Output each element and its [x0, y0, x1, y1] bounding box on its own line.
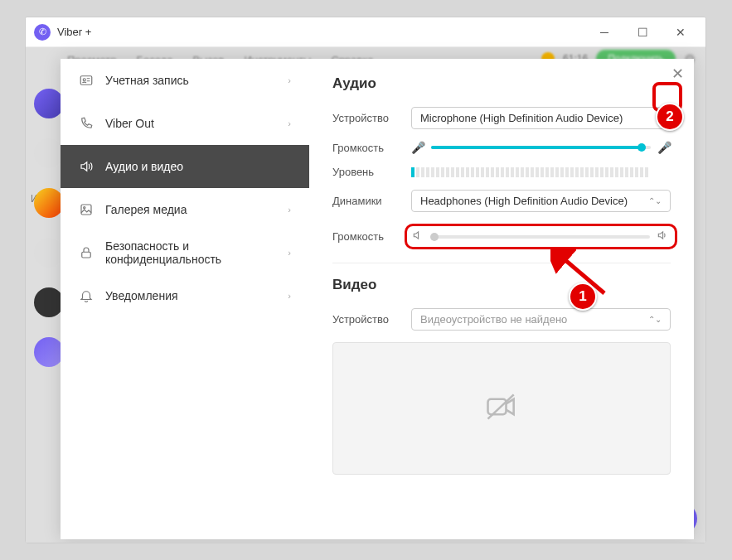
- avatar[interactable]: [34, 89, 64, 118]
- mic-volume-slider[interactable]: [431, 146, 651, 149]
- avatar[interactable]: [34, 238, 64, 268]
- speakers-volume-row: Громкость: [332, 224, 671, 249]
- sidebar-item-account[interactable]: Учетная запись ›: [61, 59, 309, 102]
- chevron-right-icon: ›: [288, 248, 291, 258]
- mic-level-meter: [411, 167, 671, 177]
- svg-rect-6: [488, 399, 507, 414]
- sidebar-item-label: Уведомления: [105, 289, 178, 302]
- chevron-right-icon: ›: [288, 291, 291, 301]
- speaker-high-icon: [657, 229, 670, 244]
- mic-low-icon: 🎤: [411, 141, 424, 154]
- sidebar-item-label: Безопасность и конфиденциальность: [105, 239, 276, 266]
- viber-logo-icon: ✆: [34, 24, 51, 41]
- settings-sidebar: Учетная запись › Viber Out › Аудио и вид…: [61, 59, 309, 539]
- maximize-button[interactable]: ☐: [626, 21, 659, 44]
- phone-icon: [79, 116, 94, 131]
- svg-point-4: [84, 207, 85, 209]
- sidebar-item-label: Галерея медиа: [105, 203, 187, 216]
- sidebar-item-media-gallery[interactable]: Галерея медиа ›: [61, 188, 309, 231]
- svg-rect-1: [80, 76, 92, 85]
- speakers-device-dropdown[interactable]: Headphones (High Definition Audio Device…: [411, 190, 671, 212]
- speaker-icon: [79, 159, 94, 174]
- chevron-updown-icon: ⌃⌄: [648, 197, 662, 205]
- avatar[interactable]: [34, 337, 64, 367]
- svg-rect-3: [81, 205, 91, 215]
- avatar[interactable]: [34, 287, 64, 317]
- mic-level-row: Уровень: [332, 166, 671, 178]
- mic-level-label: Уровень: [332, 166, 411, 178]
- lock-icon: [79, 245, 94, 260]
- sidebar-item-label: Viber Out: [105, 117, 154, 130]
- mic-volume-row: Громкость 🎤 🎤: [332, 141, 671, 154]
- speakers-volume-label: Громкость: [332, 230, 411, 243]
- mic-device-label: Устройство: [332, 112, 411, 124]
- mic-high-icon: 🎤: [657, 141, 671, 154]
- audio-section-header: Аудио: [332, 75, 671, 92]
- titlebar: ✆ Viber + ─ ☐ ✕: [26, 17, 705, 47]
- close-panel-button[interactable]: ✕: [667, 64, 687, 84]
- tutorial-marker-2: 2: [656, 103, 684, 131]
- id-card-icon: [79, 73, 94, 88]
- sidebar-item-label: Аудио и видео: [105, 160, 183, 173]
- mic-device-row: Устройство Microphone (High Definition A…: [332, 107, 671, 129]
- section-divider: [332, 263, 671, 263]
- minimize-button[interactable]: ─: [588, 21, 621, 44]
- speaker-low-icon: [412, 229, 425, 244]
- app-window: ✆ Viber + ─ ☐ ✕ Просмотр Беседа Вызов Ин…: [25, 17, 706, 543]
- sidebar-item-viber-out[interactable]: Viber Out ›: [61, 102, 309, 145]
- speakers-device-row: Динамики Headphones (High Definition Aud…: [332, 190, 671, 212]
- mic-volume-label: Громкость: [332, 142, 411, 154]
- speakers-device-label: Динамики: [332, 195, 411, 207]
- settings-content: Аудио Устройство Microphone (High Defini…: [309, 59, 694, 539]
- gallery-icon: [79, 202, 94, 217]
- window-title: Viber +: [57, 26, 91, 38]
- video-device-dropdown[interactable]: Видеоустройство не найдено ⌃⌄: [411, 308, 671, 331]
- sidebar-item-security[interactable]: Безопасность и конфиденциальность ›: [61, 231, 309, 274]
- video-device-row: Устройство Видеоустройство не найдено ⌃⌄: [332, 308, 671, 331]
- sidebar-item-notifications[interactable]: Уведомления ›: [61, 274, 309, 317]
- video-preview: [332, 342, 671, 475]
- svg-rect-5: [82, 252, 91, 258]
- sidebar-item-label: Учетная запись: [105, 74, 189, 87]
- settings-panel: ✕ Учетная запись › Viber Out › А: [61, 59, 694, 539]
- mic-device-value: Microphone (High Definition Audio Device…: [420, 112, 623, 124]
- speakers-device-value: Headphones (High Definition Audio Device…: [420, 195, 628, 207]
- video-section-header: Видео: [332, 277, 671, 293]
- chevron-right-icon: ›: [288, 205, 291, 215]
- tutorial-marker-1: 1: [569, 282, 597, 311]
- video-device-value: Видеоустройство не найдено: [420, 313, 567, 326]
- speakers-volume-slider[interactable]: [432, 235, 650, 239]
- svg-point-2: [83, 79, 85, 81]
- tutorial-highlight-volume: [405, 224, 677, 249]
- chevron-right-icon: ›: [288, 118, 291, 128]
- close-window-button[interactable]: ✕: [664, 21, 697, 44]
- sidebar-item-audio-video[interactable]: Аудио и видео: [61, 145, 309, 188]
- chevron-right-icon: ›: [288, 75, 291, 85]
- camera-off-icon: [483, 389, 520, 428]
- video-device-label: Устройство: [332, 313, 411, 326]
- bell-icon: [79, 288, 94, 303]
- avatar[interactable]: [34, 138, 64, 168]
- mic-device-dropdown[interactable]: Microphone (High Definition Audio Device…: [411, 107, 671, 129]
- avatar[interactable]: [34, 188, 64, 218]
- chevron-updown-icon: ⌃⌄: [648, 316, 662, 324]
